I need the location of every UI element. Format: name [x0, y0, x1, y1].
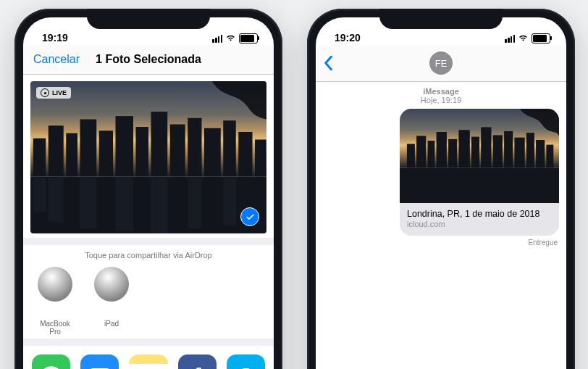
share-navbar: Cancelar 1 Foto Selecionada: [23, 45, 274, 75]
skype-s-icon: S: [238, 363, 253, 369]
cancel-button[interactable]: Cancelar: [33, 53, 80, 66]
iphone-left: 19:19 Cancelar 1 Foto Selecionada: [14, 9, 282, 369]
chevron-left-icon: [323, 55, 333, 71]
notch: [379, 9, 503, 29]
share-app-notes[interactable]: [129, 355, 167, 369]
share-apps-row: f S: [23, 346, 274, 369]
svg-rect-16: [33, 178, 46, 212]
contact-avatar[interactable]: FE: [429, 51, 453, 75]
facebook-f-icon: f: [193, 363, 201, 369]
iphone-right: 19:20 FE iMessage: [307, 9, 575, 369]
svg-rect-4: [80, 120, 97, 177]
airdrop-avatar-icon: [94, 267, 129, 302]
svg-rect-19: [116, 178, 134, 231]
airdrop-label: MacBook Pro: [33, 320, 77, 336]
svg-rect-7: [136, 127, 149, 176]
thread-timestamp: iMessage Hoje, 19:19: [316, 87, 566, 104]
svg-rect-18: [80, 178, 97, 228]
svg-rect-8: [151, 112, 168, 176]
wifi-icon: [518, 34, 529, 43]
chat-bubble-icon: [39, 363, 64, 369]
status-time: 19:20: [335, 32, 361, 43]
cellular-icon: [505, 35, 515, 43]
link-domain: icloud.com: [407, 220, 552, 228]
avatar-initials: FE: [435, 58, 448, 69]
selected-checkmark-icon[interactable]: [240, 207, 259, 226]
share-app-skype[interactable]: S: [227, 355, 265, 369]
svg-rect-17: [49, 178, 64, 222]
svg-rect-6: [116, 116, 134, 176]
share-app-messages[interactable]: [32, 355, 70, 369]
svg-rect-21: [188, 178, 201, 228]
screen-share-sheet: 19:19 Cancelar 1 Foto Selecionada: [23, 17, 274, 369]
svg-rect-34: [504, 131, 513, 168]
airdrop-target-ipad[interactable]: iPad: [90, 267, 133, 336]
skyline-image: [30, 81, 266, 233]
envelope-icon: [88, 363, 112, 369]
svg-rect-36: [526, 133, 534, 167]
svg-rect-25: [407, 144, 415, 168]
svg-rect-35: [514, 138, 524, 168]
svg-rect-30: [458, 130, 469, 167]
status-time: 19:19: [42, 32, 68, 43]
svg-rect-28: [437, 132, 447, 168]
selected-photo-area: LIVE: [23, 74, 274, 238]
svg-rect-9: [170, 125, 185, 177]
live-icon: [41, 88, 49, 97]
svg-rect-5: [99, 130, 113, 176]
messages-navbar: FE: [316, 45, 566, 82]
share-app-mail[interactable]: [80, 355, 119, 369]
svg-rect-27: [428, 141, 435, 167]
airdrop-label: iPad: [104, 320, 119, 328]
message-image: [400, 109, 559, 203]
live-label: LIVE: [52, 89, 67, 96]
link-title: Londrina, PR, 1 de maio de 2018: [407, 209, 552, 219]
back-button[interactable]: [323, 55, 333, 74]
airdrop-target-macbook[interactable]: MacBook Pro: [33, 267, 77, 336]
svg-rect-12: [223, 120, 236, 176]
selected-photo[interactable]: LIVE: [30, 81, 266, 233]
svg-rect-11: [204, 128, 221, 177]
svg-rect-39: [400, 168, 559, 204]
status-indicators: [212, 33, 258, 43]
svg-rect-37: [536, 140, 545, 168]
svg-rect-1: [33, 138, 46, 177]
svg-rect-26: [416, 136, 426, 168]
svg-rect-10: [188, 118, 201, 177]
airdrop-hint: Toque para compartilhar via AirDrop: [23, 251, 274, 260]
screen-messages: 19:20 FE iMessage: [316, 17, 566, 369]
battery-icon: [239, 33, 258, 43]
read-receipt: Entregue: [316, 239, 558, 246]
airdrop-avatar-icon: [38, 267, 72, 302]
share-app-facebook[interactable]: f: [178, 355, 217, 369]
svg-rect-2: [49, 125, 64, 176]
svg-rect-38: [546, 145, 553, 168]
svg-rect-22: [223, 178, 236, 226]
status-indicators: [505, 33, 550, 43]
svg-rect-29: [448, 139, 457, 168]
svg-rect-3: [66, 133, 77, 177]
svg-rect-31: [471, 137, 479, 168]
notch: [87, 9, 210, 29]
svg-rect-20: [151, 178, 168, 233]
svg-rect-13: [238, 132, 252, 176]
battery-icon: [532, 33, 550, 43]
live-photo-badge: LIVE: [36, 87, 71, 99]
wifi-icon: [225, 34, 236, 43]
cellular-icon: [212, 35, 222, 43]
sent-message-bubble[interactable]: Londrina, PR, 1 de maio de 2018 icloud.c…: [400, 109, 559, 236]
svg-rect-32: [481, 127, 491, 167]
svg-rect-33: [493, 135, 503, 167]
svg-rect-14: [255, 140, 266, 177]
notes-icon: [138, 365, 159, 369]
